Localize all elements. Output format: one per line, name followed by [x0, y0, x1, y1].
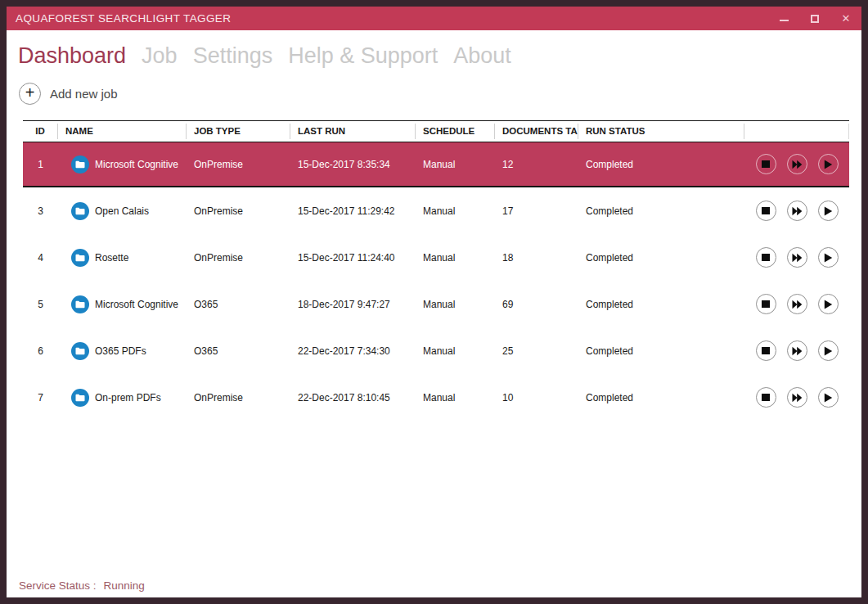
- job-schedule: Manual: [416, 205, 495, 217]
- add-new-job-button[interactable]: + Add new job: [19, 82, 861, 105]
- column-header-documents-tagged: DOCUMENTS TA: [495, 124, 578, 139]
- job-documents-tagged: 18: [495, 252, 578, 264]
- stop-button[interactable]: [756, 247, 776, 268]
- close-button[interactable]: ✕: [830, 7, 861, 30]
- tab-about[interactable]: About: [453, 40, 511, 71]
- stop-button[interactable]: [756, 387, 776, 408]
- job-last-run: 22-Dec-2017 7:34:30: [290, 345, 416, 357]
- stop-icon: [762, 394, 770, 402]
- run-button[interactable]: [818, 201, 839, 221]
- stop-button[interactable]: [756, 340, 776, 361]
- job-name: Microsoft Cognitive: [95, 299, 178, 310]
- column-header-job-type: JOB TYPE: [187, 124, 290, 139]
- job-schedule: Manual: [416, 299, 495, 310]
- job-type: OnPremise: [187, 205, 290, 217]
- job-name: Rosette: [95, 252, 128, 264]
- main-content: Dashboard Job Settings Help & Support Ab…: [7, 30, 861, 597]
- folder-icon: [71, 202, 89, 220]
- job-schedule: Manual: [416, 252, 495, 264]
- fast-forward-button[interactable]: [787, 154, 807, 174]
- job-name-cell: Microsoft Cognitive: [58, 156, 187, 174]
- play-icon: [823, 300, 833, 309]
- stop-button[interactable]: [756, 201, 776, 221]
- run-button[interactable]: [818, 154, 839, 174]
- job-name-cell: Rosette: [58, 249, 187, 267]
- stop-button[interactable]: [756, 154, 776, 174]
- fast-forward-icon: [791, 160, 803, 169]
- column-header-actions: [744, 124, 849, 139]
- job-actions: [744, 247, 849, 268]
- column-header-last-run: LAST RUN: [290, 124, 416, 139]
- run-button[interactable]: [818, 294, 839, 314]
- play-icon: [823, 253, 833, 263]
- job-type: O365: [187, 299, 290, 310]
- job-name-cell: On-prem PDFs: [58, 389, 187, 407]
- minimize-button[interactable]: [768, 7, 799, 30]
- job-last-run: 22-Dec-2017 8:10:45: [290, 392, 416, 403]
- job-type: OnPremise: [187, 159, 290, 170]
- table-row[interactable]: 7 On-prem PDFs OnPremise 22-Dec-2017 8:1…: [23, 374, 849, 421]
- column-header-schedule: SCHEDULE: [416, 124, 495, 139]
- stop-icon: [762, 160, 770, 169]
- run-button[interactable]: [818, 340, 839, 361]
- job-id: 5: [23, 299, 58, 310]
- stop-icon: [762, 254, 770, 262]
- play-icon: [823, 206, 833, 216]
- job-last-run: 15-Dec-2017 11:29:42: [290, 205, 416, 217]
- minimize-icon: [780, 20, 789, 21]
- job-id: 3: [23, 205, 58, 217]
- table-row[interactable]: 4 Rosette OnPremise 15-Dec-2017 11:24:40…: [23, 234, 849, 281]
- fast-forward-button[interactable]: [787, 247, 807, 268]
- close-icon: ✕: [842, 13, 851, 24]
- job-documents-tagged: 10: [495, 392, 578, 403]
- fast-forward-icon: [791, 206, 803, 216]
- fast-forward-button[interactable]: [787, 201, 807, 221]
- app-window: AQUAFOREST SEARCHLIGHT TAGGER ✕ Dashboar…: [0, 0, 868, 604]
- job-id: 4: [23, 252, 58, 264]
- maximize-button[interactable]: [799, 7, 830, 30]
- job-run-status: Completed: [578, 392, 744, 403]
- job-actions: [744, 294, 849, 314]
- table-row[interactable]: 5 Microsoft Cognitive O365 18-Dec-2017 9…: [23, 281, 849, 327]
- job-run-status: Completed: [578, 159, 744, 170]
- fast-forward-button[interactable]: [787, 387, 807, 408]
- folder-icon: [71, 295, 89, 313]
- stop-icon: [762, 300, 770, 309]
- job-schedule: Manual: [416, 392, 495, 403]
- column-header-name: NAME: [58, 124, 187, 139]
- plus-icon: +: [19, 83, 41, 105]
- stop-icon: [762, 347, 770, 355]
- service-status-value: Running: [104, 579, 145, 592]
- job-run-status: Completed: [578, 299, 744, 310]
- fast-forward-icon: [791, 393, 803, 403]
- job-documents-tagged: 25: [495, 345, 578, 357]
- job-table-body: 1 Microsoft Cognitive OnPremise 15-Dec-2…: [23, 142, 849, 421]
- table-row[interactable]: 6 O365 PDFs O365 22-Dec-2017 7:34:30 Man…: [23, 327, 849, 374]
- column-header-id: ID: [23, 124, 58, 139]
- job-documents-tagged: 12: [495, 159, 578, 170]
- titlebar: AQUAFOREST SEARCHLIGHT TAGGER ✕: [7, 7, 861, 30]
- job-name: O365 PDFs: [95, 345, 146, 357]
- fast-forward-button[interactable]: [787, 340, 807, 361]
- run-button[interactable]: [818, 387, 839, 408]
- job-name: Microsoft Cognitive: [95, 159, 178, 170]
- run-button[interactable]: [818, 247, 839, 268]
- tab-help-support[interactable]: Help & Support: [288, 40, 438, 71]
- job-actions: [744, 387, 849, 408]
- fast-forward-button[interactable]: [787, 294, 807, 314]
- tab-job[interactable]: Job: [142, 40, 178, 71]
- service-status-label: Service Status :: [19, 579, 97, 592]
- fast-forward-icon: [791, 346, 803, 356]
- window-title: AQUAFOREST SEARCHLIGHT TAGGER: [16, 12, 231, 25]
- table-row[interactable]: 3 Open Calais OnPremise 15-Dec-2017 11:2…: [23, 187, 849, 234]
- play-icon: [823, 160, 833, 169]
- tab-settings[interactable]: Settings: [193, 40, 273, 71]
- tab-dashboard[interactable]: Dashboard: [18, 40, 126, 71]
- play-icon: [823, 393, 833, 403]
- job-name-cell: O365 PDFs: [58, 342, 187, 360]
- job-schedule: Manual: [416, 345, 495, 357]
- stop-button[interactable]: [756, 294, 776, 314]
- job-run-status: Completed: [578, 205, 744, 217]
- job-type: O365: [187, 345, 290, 357]
- table-row[interactable]: 1 Microsoft Cognitive OnPremise 15-Dec-2…: [23, 142, 849, 187]
